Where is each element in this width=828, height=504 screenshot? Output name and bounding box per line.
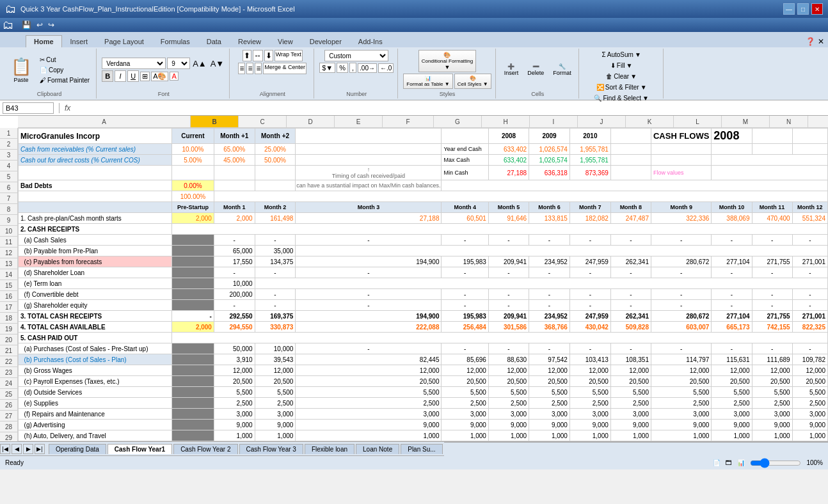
col-header-d[interactable]: D xyxy=(287,116,335,127)
cell-d25[interactable]: 2,500 xyxy=(255,398,296,409)
cell-e28[interactable]: 1,000 xyxy=(296,430,442,441)
cell-g22[interactable]: 12,000 xyxy=(488,365,529,376)
insert-button[interactable]: ➕ Insert xyxy=(501,61,522,78)
cell-k16[interactable]: - xyxy=(651,300,711,311)
cell-b24[interactable] xyxy=(171,387,214,398)
cell-f18[interactable]: 256,484 xyxy=(442,322,488,333)
cell-c10[interactable]: - xyxy=(214,235,255,246)
align-center-button[interactable]: ≡ xyxy=(246,63,253,74)
cell-h20[interactable]: - xyxy=(529,343,570,354)
cell-c7[interactable]: Month 1 xyxy=(214,202,255,213)
cell-g25[interactable]: 2,500 xyxy=(488,398,529,409)
cell-m20[interactable]: - xyxy=(752,343,792,354)
cell-k28[interactable]: 1,000 xyxy=(651,430,711,441)
cell-f16[interactable]: - xyxy=(442,300,488,311)
cell-a29[interactable]: (i) Accounting and Legal xyxy=(19,441,172,442)
cell-a13[interactable]: (d) Shareholder Loan xyxy=(19,267,172,278)
align-bottom-button[interactable]: ⬇ xyxy=(264,50,273,61)
cell-j10[interactable]: - xyxy=(610,235,651,246)
cell-e15[interactable]: - xyxy=(296,289,442,300)
redo-quick-button[interactable]: ↪ xyxy=(47,20,56,29)
cell-c12[interactable]: 17,550 xyxy=(214,256,255,267)
cell-b22[interactable] xyxy=(171,365,214,376)
tab-home[interactable]: Home xyxy=(26,35,62,47)
cell-f13[interactable]: - xyxy=(442,267,488,278)
cell-l17[interactable]: 277,104 xyxy=(712,311,752,322)
cell-g21[interactable]: 88,630 xyxy=(488,354,529,365)
cell-c5[interactable] xyxy=(214,180,255,191)
cell-b14[interactable] xyxy=(171,278,214,289)
cell-h21[interactable]: 97,542 xyxy=(529,354,570,365)
cell-e2[interactable] xyxy=(296,144,442,155)
cell-k12[interactable]: 280,672 xyxy=(651,256,711,267)
col-header-k[interactable]: K xyxy=(626,116,674,127)
col-header-j[interactable]: J xyxy=(578,116,626,127)
sheet-tab-loan-note[interactable]: Loan Note xyxy=(356,444,399,454)
cell-j12[interactable]: 262,341 xyxy=(610,256,651,267)
cell-n16[interactable]: - xyxy=(792,300,827,311)
cell-m8[interactable]: 470,400 xyxy=(752,213,792,224)
cell-c11[interactable]: 65,000 xyxy=(214,246,255,256)
increase-font-button[interactable]: A▲ xyxy=(191,59,208,68)
col-header-l[interactable]: L xyxy=(674,116,722,127)
cell-g12[interactable]: 209,941 xyxy=(488,256,529,267)
cell-n25[interactable]: 2,500 xyxy=(792,398,827,409)
cell-a24[interactable]: (d) Outside Services xyxy=(19,387,172,398)
tab-add-ins[interactable]: Add-Ins xyxy=(350,35,391,47)
cell-k7[interactable]: Month 9 xyxy=(651,202,711,213)
cell-h16[interactable]: - xyxy=(529,300,570,311)
formula-input[interactable] xyxy=(73,104,825,112)
cell-i28[interactable]: 1,000 xyxy=(569,430,610,441)
cell-n1[interactable] xyxy=(792,129,827,144)
cell-n28[interactable]: 1,000 xyxy=(792,430,827,441)
cell-e23[interactable]: 20,500 xyxy=(296,376,442,387)
cell-l2[interactable] xyxy=(712,144,752,155)
cell-a11[interactable]: (b) Payable from Pre-Plan xyxy=(19,246,172,256)
cell-a22[interactable]: (b) Gross Wages xyxy=(19,365,172,376)
fill-button[interactable]: ⬇ Fill ▼ xyxy=(608,61,635,70)
cell-l21[interactable]: 115,631 xyxy=(712,354,752,365)
cell-k22[interactable]: 12,000 xyxy=(651,365,711,376)
cell-h1[interactable]: 2009 xyxy=(529,129,570,144)
cell-b10[interactable] xyxy=(171,235,214,246)
cell-m25[interactable]: 2,500 xyxy=(752,398,792,409)
cell-b12[interactable] xyxy=(171,256,214,267)
cell-j8[interactable]: 247,487 xyxy=(610,213,651,224)
cell-k24[interactable]: 5,500 xyxy=(651,387,711,398)
cell-l25[interactable]: 2,500 xyxy=(712,398,752,409)
cell-h22[interactable]: 12,000 xyxy=(529,365,570,376)
cell-m26[interactable]: 3,000 xyxy=(752,409,792,420)
cell-n22[interactable]: 12,000 xyxy=(792,365,827,376)
cell-l1[interactable]: 2008 xyxy=(712,129,752,144)
cell-a19[interactable]: 5. CASH PAID OUT xyxy=(19,333,172,343)
cell-g24[interactable]: 5,500 xyxy=(488,387,529,398)
cell-h3[interactable]: 1,026,574 xyxy=(529,155,570,166)
cell-b13[interactable] xyxy=(171,267,214,278)
cell-h12[interactable]: 234,952 xyxy=(529,256,570,267)
cell-n27[interactable]: 9,000 xyxy=(792,420,827,430)
cell-i22[interactable]: 12,000 xyxy=(569,365,610,376)
cell-k26[interactable]: 3,000 xyxy=(651,409,711,420)
cell-l26[interactable]: 3,000 xyxy=(712,409,752,420)
col-header-b[interactable]: B xyxy=(191,116,239,127)
cell-i18[interactable]: 430,042 xyxy=(569,322,610,333)
cell-m23[interactable]: 20,500 xyxy=(752,376,792,387)
cell-b28[interactable] xyxy=(171,430,214,441)
cell-f28[interactable]: 1,000 xyxy=(442,430,488,441)
merge-center-button[interactable]: Merge & Center xyxy=(263,63,307,74)
cell-l22[interactable]: 12,000 xyxy=(712,365,752,376)
cell-e12[interactable]: 194,900 xyxy=(296,256,442,267)
cell-e24[interactable]: 5,500 xyxy=(296,387,442,398)
cell-l7[interactable]: Month 10 xyxy=(712,202,752,213)
cell-h17[interactable]: 234,952 xyxy=(529,311,570,322)
cell-d20[interactable]: 10,000 xyxy=(255,343,296,354)
align-middle-button[interactable]: ↔ xyxy=(253,50,263,61)
cell-i3[interactable]: 1,955,781 xyxy=(569,155,610,166)
cell-a12[interactable]: (c) Payables from forecasts xyxy=(19,256,172,267)
cell-j27[interactable]: 9,000 xyxy=(610,420,651,430)
col-header-n[interactable]: N xyxy=(770,116,808,127)
cell-i1[interactable]: 2010 xyxy=(569,129,610,144)
cell-j25[interactable]: 2,500 xyxy=(610,398,651,409)
cell-n20[interactable]: - xyxy=(792,343,827,354)
cell-g4[interactable]: 27,188 xyxy=(488,166,529,180)
